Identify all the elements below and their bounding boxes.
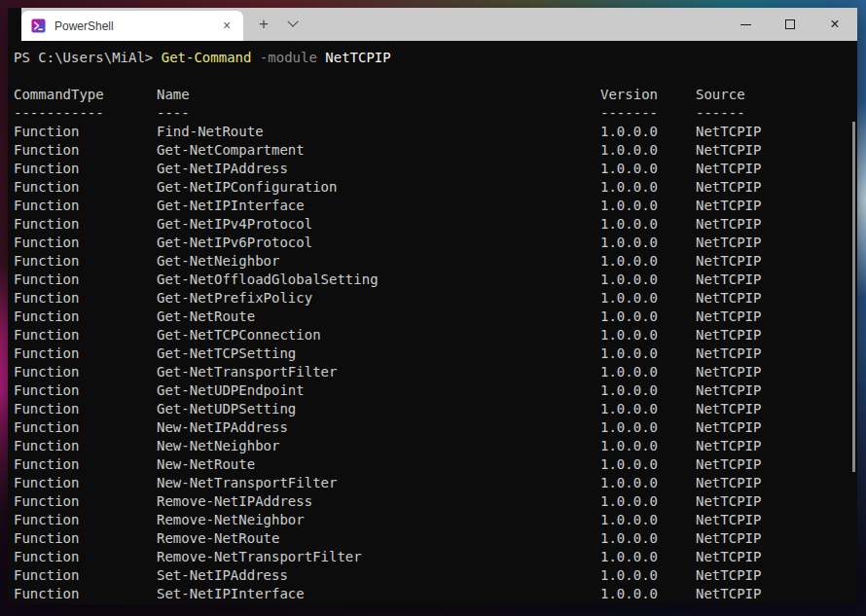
table-row: Function Get-NetIPConfiguration 1.0.0.0 … [14,178,857,197]
cell-name: Get-NetTransportFilter [157,363,600,381]
cell-commandtype: Function [14,437,157,455]
cell-commandtype: Function [14,363,157,381]
table-row: Function Remove-NetNeighbor 1.0.0.0 NetT… [14,511,857,529]
cell-source: NetTCPIP [696,529,857,548]
titlebar-left-gap [8,8,21,41]
cell-source: NetTCPIP [696,123,857,141]
maximize-button[interactable] [768,8,812,41]
tab-dropdown-button[interactable] [278,8,307,41]
minimize-icon [740,24,751,25]
table-row: Function Remove-NetIPAddress 1.0.0.0 Net… [14,492,857,511]
terminal-window: PowerShell × + × PS C:\Users\MiAl> Get-C… [8,8,857,604]
table-row: Function New-NetIPAddress 1.0.0.0 NetTCP… [14,418,857,437]
table-row: Function Remove-NetRoute 1.0.0.0 NetTCPI… [14,529,857,548]
cell-source: NetTCPIP [696,492,857,511]
cell-name: Get-NetIPv4Protocol [157,215,600,234]
cell-commandtype: Function [14,160,157,178]
table-row: Function Get-NetIPv6Protocol 1.0.0.0 Net… [14,234,857,252]
header-version: Version [600,86,696,104]
cell-name: Get-NetIPConfiguration [157,178,600,197]
maximize-icon [785,19,795,29]
terminal-viewport[interactable]: PS C:\Users\MiAl> Get-Command -module Ne… [8,41,857,604]
close-button[interactable]: × [812,8,857,41]
cell-name: Set-NetIPAddress [157,566,600,585]
table-rows: Function Find-NetRoute 1.0.0.0 NetTCPIP … [14,123,857,603]
cell-commandtype: Function [14,511,157,529]
table-row: Function New-NetTransportFilter 1.0.0.0 … [14,474,857,492]
cell-source: NetTCPIP [696,363,857,381]
cell-name: Remove-NetNeighbor [157,511,600,529]
tab-close-icon[interactable]: × [218,18,235,35]
table-row: Function Get-NetNeighbor 1.0.0.0 NetTCPI… [14,252,857,271]
cell-version: 1.0.0.0 [600,492,696,511]
cell-version: 1.0.0.0 [600,160,696,178]
cell-name: Find-NetRoute [157,123,600,141]
cell-name: Get-NetTCPConnection [157,326,600,344]
cell-name: Remove-NetRoute [157,529,600,548]
table-underline-row: ----------- ---- ------- ------ [14,104,857,123]
command-token: Get-Command [162,50,252,65]
table-row: Function Get-NetPrefixPolicy 1.0.0.0 Net… [14,289,857,308]
cell-source: NetTCPIP [696,141,857,160]
tab-powershell[interactable]: PowerShell × [21,11,243,41]
cell-commandtype: Function [14,178,157,197]
cell-source: NetTCPIP [696,344,857,363]
cell-name: Get-NetIPInterface [157,197,600,215]
cell-version: 1.0.0.0 [600,548,696,566]
cell-version: 1.0.0.0 [600,178,696,197]
cell-source: NetTCPIP [696,271,857,289]
cell-version: 1.0.0.0 [600,197,696,215]
header-name: Name [157,86,600,104]
cell-source: NetTCPIP [696,437,857,455]
cell-source: NetTCPIP [696,511,857,529]
cell-version: 1.0.0.0 [600,455,696,474]
minimize-button[interactable] [723,8,768,41]
cell-commandtype: Function [14,271,157,289]
cell-version: 1.0.0.0 [600,437,696,455]
cell-commandtype: Function [14,197,157,215]
cell-name: Get-NetIPv6Protocol [157,234,600,252]
cell-commandtype: Function [14,418,157,437]
cell-version: 1.0.0.0 [600,123,696,141]
cell-version: 1.0.0.0 [600,234,696,252]
cell-name: Get-NetPrefixPolicy [157,289,600,308]
cell-source: NetTCPIP [696,178,857,197]
cell-source: NetTCPIP [696,585,857,603]
cell-source: NetTCPIP [696,197,857,215]
cell-version: 1.0.0.0 [600,400,696,418]
table-row: Function Set-NetIPAddress 1.0.0.0 NetTCP… [14,566,857,585]
cell-commandtype: Function [14,400,157,418]
cell-source: NetTCPIP [696,215,857,234]
powershell-icon [31,18,46,33]
scrollbar[interactable] [852,122,855,472]
cell-version: 1.0.0.0 [600,344,696,363]
table-row: Function Set-NetIPInterface 1.0.0.0 NetT… [14,585,857,603]
cell-source: NetTCPIP [696,548,857,566]
cell-commandtype: Function [14,141,157,160]
prompt-text: PS C:\Users\MiAl> [14,50,162,65]
cell-name: Get-NetUDPSetting [157,400,600,418]
cell-name: Get-NetTCPSetting [157,344,600,363]
titlebar-drag-area [307,8,723,41]
cell-name: Get-NetRoute [157,308,600,326]
chevron-down-icon [287,17,298,27]
cell-source: NetTCPIP [696,289,857,308]
cell-commandtype: Function [14,529,157,548]
cell-name: Remove-NetTransportFilter [157,548,600,566]
cell-name: New-NetTransportFilter [157,474,600,492]
prompt-line: PS C:\Users\MiAl> Get-Command -module Ne… [14,49,857,67]
cell-version: 1.0.0.0 [600,308,696,326]
new-tab-button[interactable]: + [249,8,278,41]
cell-name: New-NetNeighbor [157,437,600,455]
cell-source: NetTCPIP [696,455,857,474]
table-row: Function Remove-NetTransportFilter 1.0.0… [14,548,857,566]
cell-commandtype: Function [14,455,157,474]
cell-version: 1.0.0.0 [600,363,696,381]
table-row: Function Get-NetUDPEndpoint 1.0.0.0 NetT… [14,381,857,400]
table-row: Function Get-NetRoute 1.0.0.0 NetTCPIP [14,308,857,326]
cell-name: Get-NetUDPEndpoint [157,381,600,400]
cell-commandtype: Function [14,308,157,326]
cell-version: 1.0.0.0 [600,474,696,492]
cell-source: NetTCPIP [696,326,857,344]
table-row: Function New-NetNeighbor 1.0.0.0 NetTCPI… [14,437,857,455]
